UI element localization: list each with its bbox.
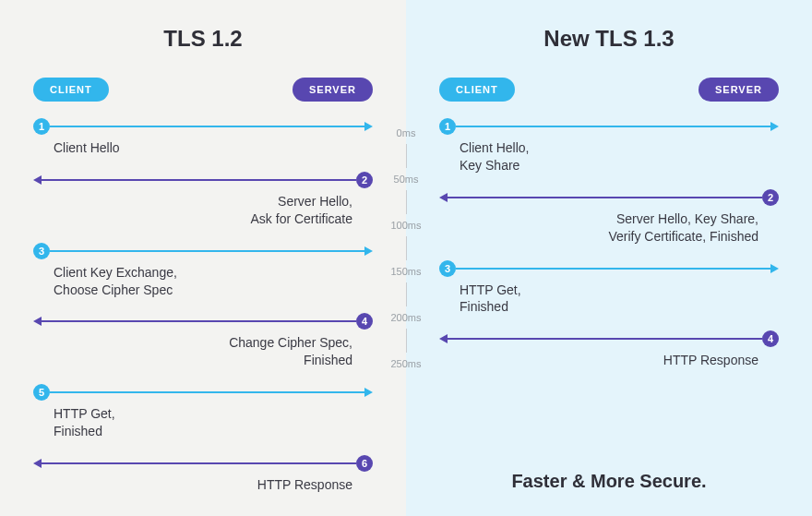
tls13-panel: New TLS 1.3 CLIENT SERVER 1Client Hello,… [406,0,812,516]
timeline-tick: 200ms [378,312,434,358]
step-line [456,126,770,127]
step-arrow: 2 [439,189,779,206]
tls12-step-4: 4Change Cipher Spec, Finished [33,313,373,369]
step-label: Server Hello, Ask for Certificate [33,193,373,228]
step-number-badge: 1 [439,118,456,135]
step-label: HTTP Get, Finished [33,405,373,440]
step-arrow: 5 [33,384,373,401]
tagline: Faster & More Secure. [439,471,779,492]
step-line [50,391,364,393]
step-label: Server Hello, Key Share, Verify Certific… [439,210,779,246]
arrow-right-icon [364,388,373,397]
step-line [50,250,364,252]
step-arrow: 2 [33,172,373,188]
step-number-badge: 3 [33,243,50,259]
timeline-axis: 0ms50ms100ms150ms200ms250ms [378,127,434,404]
step-number-badge: 2 [762,189,779,206]
arrow-right-icon [364,122,373,131]
tls12-step-2: 2Server Hello, Ask for Certificate [33,172,373,228]
tls12-badges: CLIENT SERVER [33,78,373,102]
step-number-badge: 4 [356,313,373,330]
arrow-right-icon [364,246,373,256]
tls13-step-4: 4HTTP Response [439,330,779,369]
step-arrow: 6 [33,455,373,472]
step-number-badge: 3 [439,260,456,277]
tls13-badges: CLIENT SERVER [439,78,779,102]
tls12-panel: TLS 1.2 CLIENT SERVER 1Client Hello2Serv… [0,0,406,516]
step-arrow: 3 [33,243,373,259]
client-badge: CLIENT [439,78,515,102]
step-line [456,268,770,270]
step-number-badge: 1 [33,118,50,135]
tls12-title: TLS 1.2 [33,26,373,52]
tls13-title: New TLS 1.3 [439,26,779,52]
tls13-steps: 1Client Hello, Key Share2Server Hello, K… [439,118,779,369]
step-label: Change Cipher Spec, Finished [33,334,373,369]
step-line [42,179,356,181]
step-line [42,462,356,464]
step-number-badge: 6 [356,455,373,472]
tls12-step-6: 6HTTP Response [33,455,373,494]
step-label: Client Hello, Key Share [439,139,779,174]
arrow-left-icon [439,193,448,202]
timeline-tick: 50ms [378,174,434,220]
tls13-step-1: 1Client Hello, Key Share [439,118,779,174]
step-label: HTTP Get, Finished [439,282,779,317]
arrow-left-icon [33,459,42,468]
server-badge: SERVER [293,78,373,102]
step-number-badge: 4 [762,330,779,347]
tls12-step-1: 1Client Hello [33,118,373,157]
step-label: Client Key Exchange, Choose Cipher Spec [33,264,373,299]
step-arrow: 4 [439,330,779,347]
step-line [448,338,762,340]
step-arrow: 3 [439,260,779,277]
timeline-tick: 150ms [378,266,434,312]
step-label: HTTP Response [33,476,373,494]
step-line [448,197,762,198]
step-arrow: 1 [33,118,373,135]
arrow-left-icon [33,175,42,185]
tls12-steps: 1Client Hello2Server Hello, Ask for Cert… [33,118,373,494]
arrow-left-icon [33,317,42,326]
tls12-step-3: 3Client Key Exchange, Choose Cipher Spec [33,243,373,299]
step-arrow: 1 [439,118,779,135]
step-number-badge: 2 [356,172,373,188]
timeline-tick: 250ms [378,358,434,404]
tls13-step-3: 3HTTP Get, Finished [439,260,779,317]
step-number-badge: 5 [33,384,50,401]
arrow-right-icon [770,264,779,273]
arrow-left-icon [439,334,448,343]
tls12-step-5: 5HTTP Get, Finished [33,384,373,440]
timeline-tick: 100ms [378,220,434,266]
step-arrow: 4 [33,313,373,330]
step-line [50,126,364,127]
arrow-right-icon [770,122,779,131]
step-label: Client Hello [33,139,373,157]
step-line [42,320,356,322]
step-label: HTTP Response [439,352,779,369]
server-badge: SERVER [699,78,779,102]
timeline-tick: 0ms [378,127,434,174]
tls13-step-2: 2Server Hello, Key Share, Verify Certifi… [439,189,779,246]
client-badge: CLIENT [33,78,109,102]
